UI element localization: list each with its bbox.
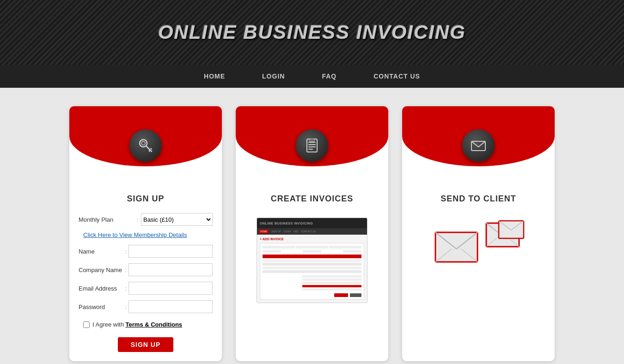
terms-row: I Agree with Terms & Conditions xyxy=(83,321,182,328)
mockup-cancel-btn xyxy=(350,293,361,297)
mockup-table-row-3 xyxy=(263,267,361,269)
signup-card-top xyxy=(69,106,222,166)
mockup-row-1 xyxy=(263,246,361,249)
password-row: Password : xyxy=(79,300,213,313)
terms-link[interactable]: Terms & Conditions xyxy=(126,321,183,328)
envelope-front-icon xyxy=(434,231,478,263)
mockup-field-3 xyxy=(329,246,361,249)
mockup-form xyxy=(260,243,364,300)
plan-select[interactable]: Basic (£10) Standard (£20) Premium (£30) xyxy=(141,213,213,226)
mockup-total-1 xyxy=(302,275,361,278)
terms-prefix: I Agree with xyxy=(92,321,124,328)
mockup-total-4 xyxy=(302,285,361,287)
invoices-card: CREATE INVOICES ONLINE BUSINESS INVOICIN… xyxy=(236,106,388,361)
main-nav: HOME LOGIN FAQ CONTACT US xyxy=(0,65,624,88)
mockup-field-4 xyxy=(263,250,281,253)
mockup-nav-contact: CONTACT US xyxy=(301,230,316,233)
mockup-total-2 xyxy=(302,279,361,281)
svg-rect-8 xyxy=(308,146,316,147)
svg-rect-6 xyxy=(308,142,316,143)
mockup-table-header xyxy=(263,255,361,258)
nav-faq[interactable]: FAQ xyxy=(317,70,341,82)
mockup-nav-faq: FAQ xyxy=(294,230,298,233)
company-label: Company Name xyxy=(79,267,123,273)
email-icon xyxy=(470,137,487,154)
invoices-title: CREATE INVOICES xyxy=(271,194,354,204)
mockup-field-6 xyxy=(343,250,361,253)
name-row: Name : xyxy=(79,245,213,258)
name-label: Name xyxy=(79,248,123,255)
client-icon-circle xyxy=(462,129,495,162)
svg-rect-10 xyxy=(310,139,314,141)
invoices-icon-circle xyxy=(296,129,328,162)
invoice-mockup: ONLINE BUSINESS INVOICING HOME SIGN UP L… xyxy=(257,218,367,303)
invoices-card-top xyxy=(236,106,388,166)
mockup-field-1 xyxy=(263,246,295,249)
key-icon xyxy=(137,137,154,154)
email-input[interactable] xyxy=(128,282,213,295)
mockup-table-row-2 xyxy=(263,263,361,266)
email-label: Email Address xyxy=(79,285,123,292)
envelope-small-back-icon xyxy=(498,220,525,239)
client-card-body: SEND TO CLIENT xyxy=(402,185,555,361)
signup-card: SIGN UP Monthly Plan : Basic (£10) Stand… xyxy=(69,106,222,361)
password-input[interactable] xyxy=(128,300,213,313)
mockup-nav-signup: SIGN UP xyxy=(271,230,281,233)
mockup-row-2 xyxy=(263,250,361,253)
nav-login[interactable]: LOGIN xyxy=(257,70,289,82)
mockup-total-3 xyxy=(302,282,361,284)
mockup-total-5 xyxy=(302,288,361,291)
mockup-nav-home: HOME xyxy=(259,230,269,233)
client-card-top xyxy=(402,106,555,166)
mockup-field-5 xyxy=(303,250,321,253)
svg-rect-9 xyxy=(308,149,313,150)
mockup-body: + ADD INVOICE xyxy=(257,235,367,303)
signup-title: SIGN UP xyxy=(127,194,164,204)
site-header: ONLINE BUSINESS INVOICING xyxy=(0,0,624,65)
mockup-title: ONLINE BUSINESS INVOICING xyxy=(260,222,313,225)
mockup-add-invoice-label: + ADD INVOICE xyxy=(260,237,364,241)
company-input[interactable] xyxy=(128,263,213,276)
mockup-field-2 xyxy=(296,246,328,249)
client-title: SEND TO CLIENT xyxy=(440,194,516,204)
mockup-btn-row xyxy=(263,293,361,297)
password-label: Password xyxy=(79,303,123,310)
name-input[interactable] xyxy=(128,245,213,258)
mockup-table-row-1 xyxy=(263,259,361,262)
mockup-nav: HOME SIGN UP LOGIN FAQ CONTACT US xyxy=(257,228,367,235)
terms-checkbox[interactable] xyxy=(83,322,90,328)
signup-icon-circle xyxy=(129,129,162,162)
email-row: Email Address : xyxy=(79,282,213,295)
mockup-nav-login: LOGIN xyxy=(284,230,291,233)
signup-button[interactable]: SIGN UP xyxy=(118,337,174,352)
plan-row: Monthly Plan : Basic (£10) Standard (£20… xyxy=(79,213,213,226)
envelope-illustration xyxy=(432,220,525,275)
document-icon xyxy=(304,137,320,154)
site-title: ONLINE BUSINESS INVOICING xyxy=(158,21,466,43)
nav-home[interactable]: HOME xyxy=(199,70,230,82)
signup-card-body: SIGN UP Monthly Plan : Basic (£10) Stand… xyxy=(69,185,222,361)
company-row: Company Name : xyxy=(79,263,213,276)
main-content: SIGN UP Monthly Plan : Basic (£10) Stand… xyxy=(0,88,624,364)
svg-line-4 xyxy=(151,148,152,149)
mockup-totals xyxy=(263,275,361,291)
mockup-table-row-4 xyxy=(263,270,361,273)
client-card: SEND TO CLIENT xyxy=(402,106,555,361)
svg-point-1 xyxy=(141,141,145,145)
nav-contact[interactable]: CONTACT US xyxy=(369,70,425,82)
mockup-save-btn xyxy=(334,293,348,297)
svg-rect-7 xyxy=(308,144,316,145)
plan-label: Monthly Plan xyxy=(79,216,134,223)
mockup-header: ONLINE BUSINESS INVOICING xyxy=(257,218,367,228)
invoices-card-body: CREATE INVOICES ONLINE BUSINESS INVOICIN… xyxy=(236,185,388,361)
membership-link[interactable]: Click Here to View Membership Details xyxy=(83,231,187,238)
